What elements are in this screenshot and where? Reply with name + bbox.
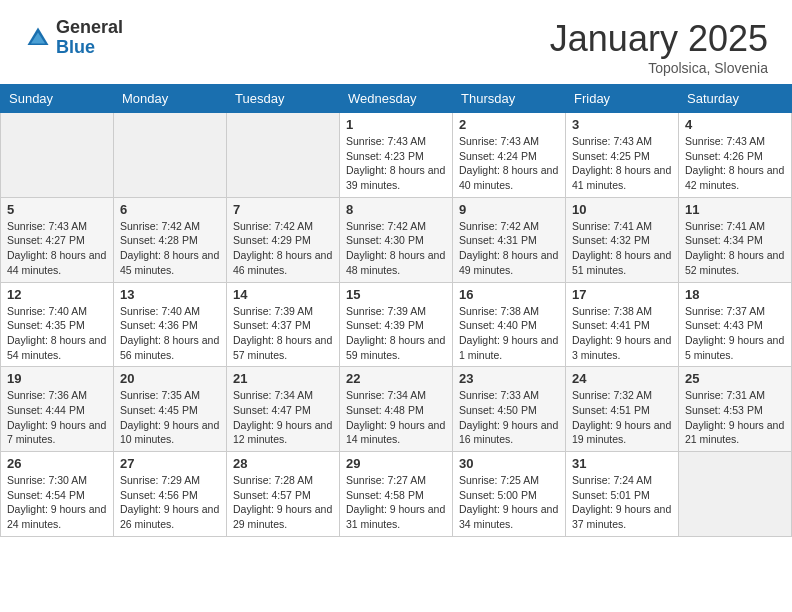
day-number: 5 (7, 202, 107, 217)
day-number: 31 (572, 456, 672, 471)
day-number: 16 (459, 287, 559, 302)
day-number: 1 (346, 117, 446, 132)
day-info: Sunrise: 7:43 AM Sunset: 4:23 PM Dayligh… (346, 134, 446, 193)
calendar-week-5: 26Sunrise: 7:30 AM Sunset: 4:54 PM Dayli… (1, 452, 792, 537)
day-info: Sunrise: 7:43 AM Sunset: 4:25 PM Dayligh… (572, 134, 672, 193)
calendar-cell: 30Sunrise: 7:25 AM Sunset: 5:00 PM Dayli… (453, 452, 566, 537)
calendar-cell: 3Sunrise: 7:43 AM Sunset: 4:25 PM Daylig… (566, 113, 679, 198)
calendar-cell: 21Sunrise: 7:34 AM Sunset: 4:47 PM Dayli… (227, 367, 340, 452)
day-number: 11 (685, 202, 785, 217)
day-number: 21 (233, 371, 333, 386)
calendar-cell: 16Sunrise: 7:38 AM Sunset: 4:40 PM Dayli… (453, 282, 566, 367)
day-number: 22 (346, 371, 446, 386)
day-number: 15 (346, 287, 446, 302)
logo-blue: Blue (56, 38, 123, 58)
calendar-cell: 26Sunrise: 7:30 AM Sunset: 4:54 PM Dayli… (1, 452, 114, 537)
calendar-cell: 22Sunrise: 7:34 AM Sunset: 4:48 PM Dayli… (340, 367, 453, 452)
day-number: 7 (233, 202, 333, 217)
day-info: Sunrise: 7:27 AM Sunset: 4:58 PM Dayligh… (346, 473, 446, 532)
day-info: Sunrise: 7:42 AM Sunset: 4:29 PM Dayligh… (233, 219, 333, 278)
day-number: 28 (233, 456, 333, 471)
calendar-cell: 9Sunrise: 7:42 AM Sunset: 4:31 PM Daylig… (453, 197, 566, 282)
calendar-cell (227, 113, 340, 198)
day-info: Sunrise: 7:32 AM Sunset: 4:51 PM Dayligh… (572, 388, 672, 447)
day-number: 12 (7, 287, 107, 302)
day-number: 3 (572, 117, 672, 132)
calendar-cell: 27Sunrise: 7:29 AM Sunset: 4:56 PM Dayli… (114, 452, 227, 537)
day-number: 8 (346, 202, 446, 217)
calendar-cell: 7Sunrise: 7:42 AM Sunset: 4:29 PM Daylig… (227, 197, 340, 282)
day-number: 29 (346, 456, 446, 471)
day-number: 13 (120, 287, 220, 302)
calendar-cell: 5Sunrise: 7:43 AM Sunset: 4:27 PM Daylig… (1, 197, 114, 282)
logo: General Blue (24, 18, 123, 58)
day-number: 30 (459, 456, 559, 471)
calendar-cell (114, 113, 227, 198)
day-number: 9 (459, 202, 559, 217)
day-info: Sunrise: 7:37 AM Sunset: 4:43 PM Dayligh… (685, 304, 785, 363)
calendar-cell: 4Sunrise: 7:43 AM Sunset: 4:26 PM Daylig… (679, 113, 792, 198)
day-number: 4 (685, 117, 785, 132)
calendar-cell: 25Sunrise: 7:31 AM Sunset: 4:53 PM Dayli… (679, 367, 792, 452)
day-info: Sunrise: 7:24 AM Sunset: 5:01 PM Dayligh… (572, 473, 672, 532)
day-number: 14 (233, 287, 333, 302)
calendar-cell: 15Sunrise: 7:39 AM Sunset: 4:39 PM Dayli… (340, 282, 453, 367)
day-info: Sunrise: 7:39 AM Sunset: 4:39 PM Dayligh… (346, 304, 446, 363)
day-info: Sunrise: 7:34 AM Sunset: 4:47 PM Dayligh… (233, 388, 333, 447)
calendar-cell: 12Sunrise: 7:40 AM Sunset: 4:35 PM Dayli… (1, 282, 114, 367)
col-saturday: Saturday (679, 85, 792, 113)
col-thursday: Thursday (453, 85, 566, 113)
day-number: 18 (685, 287, 785, 302)
day-info: Sunrise: 7:39 AM Sunset: 4:37 PM Dayligh… (233, 304, 333, 363)
day-number: 10 (572, 202, 672, 217)
calendar-cell: 1Sunrise: 7:43 AM Sunset: 4:23 PM Daylig… (340, 113, 453, 198)
calendar-cell: 14Sunrise: 7:39 AM Sunset: 4:37 PM Dayli… (227, 282, 340, 367)
calendar-cell: 24Sunrise: 7:32 AM Sunset: 4:51 PM Dayli… (566, 367, 679, 452)
calendar-week-2: 5Sunrise: 7:43 AM Sunset: 4:27 PM Daylig… (1, 197, 792, 282)
day-info: Sunrise: 7:28 AM Sunset: 4:57 PM Dayligh… (233, 473, 333, 532)
day-info: Sunrise: 7:29 AM Sunset: 4:56 PM Dayligh… (120, 473, 220, 532)
logo-general: General (56, 18, 123, 38)
day-info: Sunrise: 7:40 AM Sunset: 4:35 PM Dayligh… (7, 304, 107, 363)
day-number: 25 (685, 371, 785, 386)
calendar-body: 1Sunrise: 7:43 AM Sunset: 4:23 PM Daylig… (1, 113, 792, 537)
day-number: 23 (459, 371, 559, 386)
calendar-cell: 29Sunrise: 7:27 AM Sunset: 4:58 PM Dayli… (340, 452, 453, 537)
calendar-cell: 17Sunrise: 7:38 AM Sunset: 4:41 PM Dayli… (566, 282, 679, 367)
col-wednesday: Wednesday (340, 85, 453, 113)
day-number: 6 (120, 202, 220, 217)
calendar-cell: 28Sunrise: 7:28 AM Sunset: 4:57 PM Dayli… (227, 452, 340, 537)
calendar-cell: 2Sunrise: 7:43 AM Sunset: 4:24 PM Daylig… (453, 113, 566, 198)
day-info: Sunrise: 7:41 AM Sunset: 4:34 PM Dayligh… (685, 219, 785, 278)
day-info: Sunrise: 7:34 AM Sunset: 4:48 PM Dayligh… (346, 388, 446, 447)
location-subtitle: Topolsica, Slovenia (550, 60, 768, 76)
day-number: 24 (572, 371, 672, 386)
day-info: Sunrise: 7:33 AM Sunset: 4:50 PM Dayligh… (459, 388, 559, 447)
logo-text: General Blue (56, 18, 123, 58)
day-number: 20 (120, 371, 220, 386)
day-info: Sunrise: 7:31 AM Sunset: 4:53 PM Dayligh… (685, 388, 785, 447)
day-info: Sunrise: 7:42 AM Sunset: 4:28 PM Dayligh… (120, 219, 220, 278)
calendar-cell: 31Sunrise: 7:24 AM Sunset: 5:01 PM Dayli… (566, 452, 679, 537)
day-info: Sunrise: 7:43 AM Sunset: 4:27 PM Dayligh… (7, 219, 107, 278)
col-tuesday: Tuesday (227, 85, 340, 113)
day-info: Sunrise: 7:41 AM Sunset: 4:32 PM Dayligh… (572, 219, 672, 278)
day-number: 19 (7, 371, 107, 386)
day-info: Sunrise: 7:42 AM Sunset: 4:31 PM Dayligh… (459, 219, 559, 278)
calendar-cell: 19Sunrise: 7:36 AM Sunset: 4:44 PM Dayli… (1, 367, 114, 452)
calendar-cell (679, 452, 792, 537)
title-block: January 2025 Topolsica, Slovenia (550, 18, 768, 76)
calendar-cell: 11Sunrise: 7:41 AM Sunset: 4:34 PM Dayli… (679, 197, 792, 282)
calendar-cell: 13Sunrise: 7:40 AM Sunset: 4:36 PM Dayli… (114, 282, 227, 367)
weekday-row: Sunday Monday Tuesday Wednesday Thursday… (1, 85, 792, 113)
day-number: 17 (572, 287, 672, 302)
month-title: January 2025 (550, 18, 768, 60)
header: General Blue January 2025 Topolsica, Slo… (0, 0, 792, 84)
calendar-cell: 8Sunrise: 7:42 AM Sunset: 4:30 PM Daylig… (340, 197, 453, 282)
calendar-cell: 20Sunrise: 7:35 AM Sunset: 4:45 PM Dayli… (114, 367, 227, 452)
col-friday: Friday (566, 85, 679, 113)
logo-icon (24, 24, 52, 52)
day-info: Sunrise: 7:35 AM Sunset: 4:45 PM Dayligh… (120, 388, 220, 447)
day-info: Sunrise: 7:30 AM Sunset: 4:54 PM Dayligh… (7, 473, 107, 532)
day-number: 26 (7, 456, 107, 471)
